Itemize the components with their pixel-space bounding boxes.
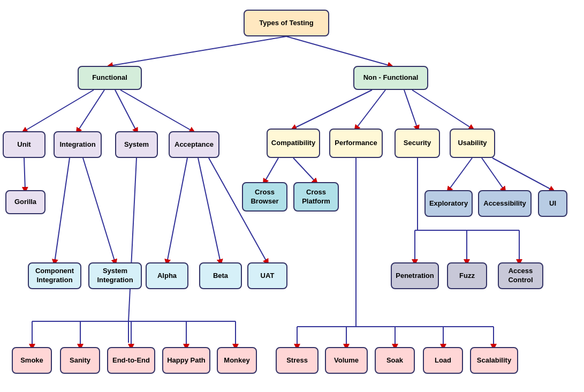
- security-node: Security: [395, 129, 440, 158]
- svg-line-25: [293, 158, 316, 182]
- performance-node: Performance: [329, 129, 383, 158]
- fuzz-node: Fuzz: [447, 262, 487, 289]
- svg-line-4: [115, 90, 136, 131]
- beta-node: Beta: [199, 262, 242, 289]
- svg-line-0: [110, 36, 286, 66]
- svg-line-9: [167, 158, 187, 262]
- svg-line-7: [55, 158, 70, 262]
- svg-line-8: [83, 158, 115, 262]
- svg-line-23: [412, 90, 472, 129]
- access-control-node: Access Control: [498, 262, 543, 289]
- sanity-node: Sanity: [60, 347, 100, 374]
- end-to-end-node: End-to-End: [107, 347, 155, 374]
- functional-node: Functional: [78, 66, 142, 90]
- acceptance-node: Acceptance: [169, 131, 219, 158]
- soak-node: Soak: [375, 347, 415, 374]
- gorilla-node: Gorilla: [5, 190, 45, 214]
- sys-integration-node: System Integration: [88, 262, 142, 289]
- svg-line-38: [449, 158, 472, 190]
- svg-line-22: [404, 90, 418, 129]
- load-node: Load: [423, 347, 463, 374]
- unit-node: Unit: [3, 131, 45, 158]
- volume-node: Volume: [325, 347, 368, 374]
- smoke-node: Smoke: [12, 347, 52, 374]
- exploratory-node: Exploratory: [424, 190, 473, 217]
- svg-line-21: [356, 90, 385, 129]
- uat-node: UAT: [247, 262, 287, 289]
- svg-line-24: [264, 158, 278, 182]
- svg-line-39: [482, 158, 504, 190]
- scalability-node: Scalability: [470, 347, 518, 374]
- monkey-node: Monkey: [217, 347, 257, 374]
- alpha-node: Alpha: [146, 262, 188, 289]
- happy-path-node: Happy Path: [162, 347, 210, 374]
- comp-integration-node: Component Integration: [28, 262, 81, 289]
- svg-line-2: [24, 90, 94, 131]
- svg-line-10: [198, 158, 221, 262]
- svg-line-3: [78, 90, 104, 131]
- svg-line-6: [24, 158, 25, 190]
- cross-platform-node: Cross Platform: [293, 182, 339, 212]
- svg-line-40: [492, 158, 552, 190]
- stress-node: Stress: [276, 347, 318, 374]
- accessibility-node: Accessibility: [478, 190, 532, 217]
- svg-line-1: [286, 36, 391, 66]
- integration-node: Integration: [54, 131, 102, 158]
- nonfunctional-node: Non - Functional: [353, 66, 428, 90]
- svg-line-20: [293, 90, 372, 129]
- svg-line-19: [128, 158, 136, 321]
- usability-node: Usability: [450, 129, 495, 158]
- ui-node: UI: [538, 190, 567, 217]
- compatibility-node: Compatibility: [267, 129, 320, 158]
- penetration-node: Penetration: [391, 262, 439, 289]
- system-node: System: [115, 131, 158, 158]
- cross-browser-node: Cross Browser: [242, 182, 287, 212]
- svg-line-5: [120, 90, 193, 131]
- root-node: Types of Testing: [244, 10, 329, 36]
